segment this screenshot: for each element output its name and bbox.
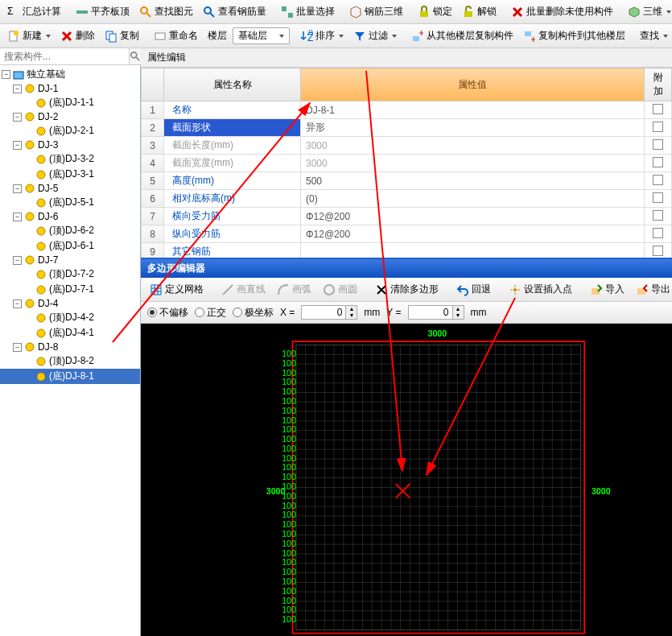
property-extra[interactable] xyxy=(645,208,672,225)
export-button[interactable]: 导出 xyxy=(632,280,672,299)
property-row[interactable]: 6 相对底标高(m) (0) xyxy=(142,190,672,208)
rename-button[interactable]: 重命名 xyxy=(150,27,202,45)
property-row[interactable]: 5 高度(mm) 500 xyxy=(142,172,672,190)
property-extra[interactable] xyxy=(645,225,672,243)
layer-select[interactable]: 基础层 xyxy=(233,27,290,44)
property-row[interactable]: 8 纵向受力筋 Φ12@200 xyxy=(142,225,672,243)
property-value[interactable]: 3000 xyxy=(301,137,645,155)
tree-node[interactable]: −DJ-7 xyxy=(0,254,140,266)
batch-delete-unused-button[interactable]: 批量删除未使用构件 xyxy=(507,2,617,21)
property-extra[interactable] xyxy=(645,190,672,208)
draw-circle-button[interactable]: 画圆 xyxy=(319,280,361,299)
copy-from-floor-button[interactable]: 从其他楼层复制构件 xyxy=(407,27,517,45)
polar-radio[interactable]: 极坐标 xyxy=(233,306,274,320)
checkbox-icon[interactable] xyxy=(653,246,663,256)
property-row[interactable]: 3 截面长度(mm) 3000 xyxy=(142,137,672,155)
tree-leaf[interactable]: (底)DJ-7-1 xyxy=(0,282,140,297)
tree-node[interactable]: −DJ-6 xyxy=(0,210,140,223)
tree-leaf[interactable]: (底)DJ-2-1 xyxy=(0,123,140,138)
tree-leaf[interactable]: (底)DJ-5-1 xyxy=(0,195,140,210)
tree-node[interactable]: −DJ-1 xyxy=(0,82,140,95)
sort-button[interactable]: AZ排序 xyxy=(296,27,348,45)
component-tree[interactable]: −独立基础−DJ-1(底)DJ-1-1−DJ-2(底)DJ-2-1−DJ-3(顶… xyxy=(0,65,140,636)
property-value[interactable]: Φ12@200 xyxy=(301,208,645,225)
tree-node[interactable]: −DJ-5 xyxy=(0,182,140,195)
search-button[interactable] xyxy=(129,48,141,64)
property-value[interactable]: 3000 xyxy=(301,155,645,172)
view-3d-button[interactable]: 三维 xyxy=(624,2,672,21)
property-row[interactable]: 7 横向受力筋 Φ12@200 xyxy=(142,208,672,225)
tree-leaf[interactable]: (顶)DJ-7-2 xyxy=(0,266,140,282)
define-grid-button[interactable]: 定义网格 xyxy=(146,280,208,299)
x-spin-up[interactable]: ▲ xyxy=(345,306,357,312)
lock-button[interactable]: 锁定 xyxy=(414,2,456,21)
checkbox-icon[interactable] xyxy=(653,122,663,132)
property-row[interactable]: 2 截面形状 异形 xyxy=(142,119,672,137)
tree-leaf[interactable]: (底)DJ-3-1 xyxy=(0,167,140,182)
floor-button[interactable]: 楼层 xyxy=(204,27,231,45)
property-extra[interactable] xyxy=(645,119,672,137)
property-extra[interactable] xyxy=(645,172,672,190)
rebar-3d-button[interactable]: 钢筋三维 xyxy=(345,2,407,21)
set-insert-point-button[interactable]: 设置插入点 xyxy=(505,280,576,299)
checkbox-icon[interactable] xyxy=(653,175,663,185)
checkbox-icon[interactable] xyxy=(653,157,663,167)
tree-leaf[interactable]: (顶)DJ-6-2 xyxy=(0,223,140,238)
find-element-button[interactable]: 查找图元 xyxy=(135,2,197,21)
checkbox-icon[interactable] xyxy=(653,210,663,221)
property-row[interactable]: 1 名称 DJ-8-1 xyxy=(142,101,672,119)
clear-polygon-button[interactable]: 清除多边形 xyxy=(371,280,443,299)
tree-leaf[interactable]: (顶)DJ-3-2 xyxy=(0,151,140,167)
draw-arc-button[interactable]: 画弧 xyxy=(273,280,315,299)
tree-leaf[interactable]: (底)DJ-1-1 xyxy=(0,95,140,110)
property-extra[interactable] xyxy=(645,155,672,172)
property-row[interactable]: 4 截面宽度(mm) 3000 xyxy=(142,155,672,172)
batch-select-button[interactable]: 批量选择 xyxy=(277,2,339,21)
property-value[interactable]: Φ12@200 xyxy=(301,225,645,243)
tree-node[interactable]: −DJ-4 xyxy=(0,297,140,310)
find-button[interactable]: 查找 xyxy=(636,27,672,45)
polygon-options-bar: 不偏移 正交 极坐标 X = ▲▼ mm Y = ▲▼ mm xyxy=(141,302,672,324)
tree-leaf[interactable]: (底)DJ-6-1 xyxy=(0,238,140,254)
property-value[interactable]: (0) xyxy=(301,190,645,208)
y-spin-down[interactable]: ▼ xyxy=(452,312,464,319)
check-rebar-button[interactable]: 查看钢筋量 xyxy=(199,2,270,21)
y-spin-up[interactable]: ▲ xyxy=(452,306,464,312)
property-extra[interactable] xyxy=(645,101,672,119)
filter-button[interactable]: 过滤 xyxy=(349,27,401,45)
ortho-radio[interactable]: 正交 xyxy=(195,306,226,320)
tree-leaf[interactable]: (顶)DJ-8-2 xyxy=(0,353,140,369)
no-offset-radio[interactable]: 不偏移 xyxy=(147,306,188,320)
property-value[interactable]: DJ-8-1 xyxy=(301,101,645,119)
property-value[interactable]: 异形 xyxy=(301,119,645,137)
unlock-button[interactable]: 解锁 xyxy=(458,2,501,21)
x-spin-down[interactable]: ▼ xyxy=(345,312,357,319)
tree-node[interactable]: −DJ-8 xyxy=(0,341,140,353)
tree-leaf[interactable]: (底)DJ-8-1 xyxy=(0,369,140,384)
property-extra[interactable] xyxy=(645,137,672,155)
checkbox-icon[interactable] xyxy=(653,228,663,238)
col-value-header[interactable]: 属性值 xyxy=(301,68,645,101)
undo-button[interactable]: 回退 xyxy=(452,280,495,299)
property-value[interactable]: 500 xyxy=(301,172,645,190)
draw-line-button[interactable]: 画直线 xyxy=(217,280,270,299)
new-button[interactable]: 新建 xyxy=(3,27,55,45)
col-extra-header[interactable]: 附加 xyxy=(645,68,672,101)
copy-button[interactable]: 复制 xyxy=(101,27,143,45)
tree-leaf[interactable]: (顶)DJ-4-2 xyxy=(0,310,140,325)
tree-node[interactable]: −DJ-2 xyxy=(0,110,140,123)
polygon-canvas[interactable]: 3000 3000 3000 1001001001001001001001001… xyxy=(141,324,672,636)
tree-root[interactable]: −独立基础 xyxy=(0,67,140,82)
checkbox-icon[interactable] xyxy=(653,192,663,203)
tree-node[interactable]: −DJ-3 xyxy=(0,138,140,151)
copy-to-floor-button[interactable]: 复制构件到其他楼层 xyxy=(519,27,629,45)
delete-button[interactable]: 删除 xyxy=(56,27,99,45)
import-button[interactable]: 导入 xyxy=(586,280,629,299)
sum-calc-button[interactable]: Σ汇总计算 xyxy=(3,2,65,21)
flat-slab-button[interactable]: 平齐板顶 xyxy=(72,2,134,21)
checkbox-icon[interactable] xyxy=(653,104,663,114)
checkbox-icon[interactable] xyxy=(653,139,663,150)
col-name-header[interactable]: 属性名称 xyxy=(164,68,301,101)
tree-leaf[interactable]: (底)DJ-4-1 xyxy=(0,325,140,341)
search-input[interactable] xyxy=(0,48,129,64)
